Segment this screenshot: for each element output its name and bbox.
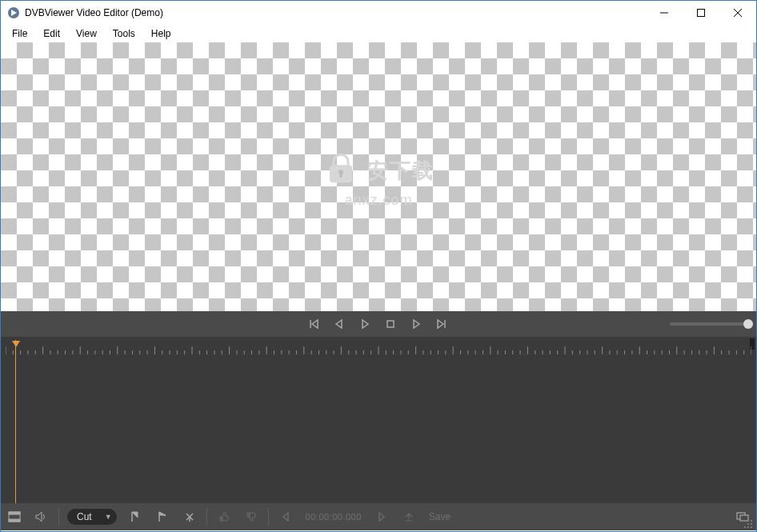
svg-rect-7 bbox=[340, 173, 342, 178]
mode-select[interactable]: Cut ▼ bbox=[67, 509, 117, 525]
menu-edit[interactable]: Edit bbox=[35, 26, 68, 41]
svg-rect-12 bbox=[387, 321, 394, 327]
video-preview: 安下载 anxz.com bbox=[1, 42, 756, 311]
watermark-text: 安下载 bbox=[367, 157, 435, 185]
menu-view[interactable]: View bbox=[68, 26, 105, 41]
svg-point-133 bbox=[751, 520, 752, 522]
svg-marker-122 bbox=[132, 512, 138, 518]
goto-prev-button[interactable] bbox=[272, 503, 299, 530]
save-button[interactable]: Save bbox=[423, 511, 457, 522]
mark-out-button[interactable] bbox=[149, 503, 176, 530]
separator bbox=[268, 508, 269, 526]
svg-point-136 bbox=[744, 526, 746, 528]
menu-bar: File Edit View Tools Help bbox=[1, 25, 756, 42]
ruler-ticks bbox=[6, 345, 751, 354]
svg-rect-120 bbox=[9, 519, 20, 522]
svg-marker-121 bbox=[36, 512, 42, 522]
svg-rect-2 bbox=[698, 10, 705, 17]
play-button[interactable] bbox=[352, 311, 378, 337]
separator bbox=[58, 508, 59, 526]
watermark: 安下载 anxz.com bbox=[322, 150, 435, 209]
progress-slider[interactable] bbox=[670, 322, 748, 326]
export-button[interactable] bbox=[395, 503, 423, 530]
step-fwd-button[interactable] bbox=[403, 311, 429, 337]
watermark-url: anxz.com bbox=[344, 192, 412, 209]
svg-marker-9 bbox=[312, 320, 318, 328]
timecode-display: 00:00:00.000 bbox=[299, 512, 368, 522]
svg-marker-129 bbox=[283, 513, 288, 521]
menu-help[interactable]: Help bbox=[143, 26, 179, 41]
resize-grip-icon[interactable] bbox=[743, 518, 753, 527]
step-back-button[interactable] bbox=[326, 311, 352, 337]
thumbs-down-button[interactable] bbox=[238, 503, 265, 530]
timeline-ruler[interactable] bbox=[1, 337, 756, 354]
svg-point-138 bbox=[751, 526, 752, 528]
thumbs-up-button[interactable] bbox=[210, 503, 238, 530]
separator bbox=[206, 508, 207, 526]
svg-marker-13 bbox=[414, 320, 419, 328]
lock-icon bbox=[322, 150, 359, 190]
title-bar: DVBViewer Video Editor (Demo) bbox=[1, 1, 756, 25]
maximize-button[interactable] bbox=[683, 1, 719, 25]
next-keyframe-button[interactable] bbox=[429, 311, 455, 337]
svg-point-135 bbox=[751, 523, 752, 525]
window-controls bbox=[646, 1, 756, 25]
window-title: DVBViewer Video Editor (Demo) bbox=[25, 7, 646, 18]
playhead-line[interactable] bbox=[15, 340, 16, 503]
filmstrip-button[interactable] bbox=[1, 503, 28, 530]
svg-point-137 bbox=[747, 526, 749, 528]
mark-in-button[interactable] bbox=[122, 503, 149, 530]
minimize-button[interactable] bbox=[646, 1, 683, 25]
stop-button[interactable] bbox=[378, 311, 403, 337]
goto-next-button[interactable] bbox=[368, 503, 395, 530]
chevron-down-icon: ▼ bbox=[105, 513, 112, 521]
slider-knob[interactable] bbox=[743, 319, 753, 329]
prev-keyframe-button[interactable] bbox=[301, 311, 326, 337]
bottom-toolbar: Cut ▼ 00:00:00.000 Save bbox=[1, 503, 756, 530]
mode-label: Cut bbox=[77, 511, 92, 522]
timeline-track[interactable] bbox=[1, 354, 756, 503]
audio-button[interactable] bbox=[28, 503, 55, 530]
app-icon bbox=[7, 6, 20, 19]
svg-rect-119 bbox=[9, 512, 20, 514]
svg-point-134 bbox=[747, 523, 749, 525]
menu-tools[interactable]: Tools bbox=[105, 26, 143, 41]
transport-bar bbox=[1, 311, 756, 337]
svg-marker-11 bbox=[362, 320, 368, 328]
close-button[interactable] bbox=[719, 1, 756, 25]
svg-marker-130 bbox=[379, 513, 384, 521]
svg-marker-10 bbox=[336, 320, 342, 328]
svg-marker-14 bbox=[438, 320, 443, 328]
menu-file[interactable]: File bbox=[4, 26, 35, 41]
delete-marker-button[interactable] bbox=[176, 503, 203, 530]
